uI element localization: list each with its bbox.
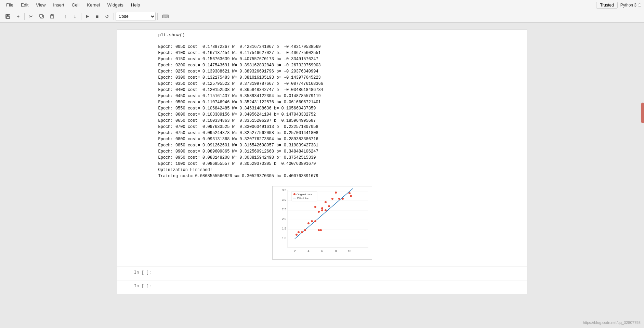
epoch-line: Epoch: 0700 cost= 0.097633525 W= 0.33006… <box>158 124 522 130</box>
cut-button[interactable]: ✂ <box>26 12 36 21</box>
menu-file[interactable]: File <box>3 1 17 9</box>
scatter-dot <box>318 229 320 231</box>
epoch-line: Epoch: 0250 cost= 0.139388621 W= 0.38932… <box>158 68 522 75</box>
scatter-dot <box>331 198 333 200</box>
epoch-line: Epoch: 0150 cost= 0.156763639 W= 0.40755… <box>158 56 522 62</box>
menu-widgets[interactable]: Widgets <box>104 1 127 9</box>
restart-button[interactable]: ↺ <box>102 12 112 21</box>
input-cell-1: In [ ]: <box>117 266 527 280</box>
watermark: https://blog.csdn.net/qq_32807793 <box>583 320 641 325</box>
svg-text:2.5: 2.5 <box>282 208 286 211</box>
svg-text:8: 8 <box>335 249 337 253</box>
scatter-dot <box>335 192 337 194</box>
epoch-line: Epoch: 0350 cost= 0.125795522 W= 0.37319… <box>158 81 522 87</box>
scatter-dot <box>301 231 303 233</box>
run-button[interactable]: ▶ <box>83 12 92 21</box>
legend-line-label: Fitted line <box>297 197 309 200</box>
toolbar-separator-5 <box>157 13 158 20</box>
toolbar: + ✂ ↑ ↓ ▶ ■ ↺ Code Markdown Raw NBConver… <box>0 10 644 23</box>
stop-button[interactable]: ■ <box>93 12 102 21</box>
svg-rect-6 <box>51 14 53 15</box>
scatter-dot <box>321 207 323 209</box>
epoch-line: Epoch: 1000 cost= 0.086855557 W= 0.30529… <box>158 161 522 167</box>
menu-view[interactable]: View <box>32 1 49 9</box>
scatter-dot <box>298 231 300 233</box>
scatter-dot <box>321 209 323 211</box>
toolbar-separator-4 <box>114 13 114 20</box>
epoch-line: Epoch: 0400 cost= 0.120152538 W= 0.36584… <box>158 87 522 93</box>
kernel-info: Python 3 <box>620 3 641 8</box>
epoch-line: Epoch: 0950 cost= 0.088148208 W= 0.30881… <box>158 155 522 161</box>
svg-text:2.0: 2.0 <box>282 217 286 221</box>
svg-rect-2 <box>6 16 9 18</box>
legend-dot-label: Original data <box>297 193 312 196</box>
scatter-dot <box>338 198 340 200</box>
svg-text:1.0: 1.0 <box>282 236 286 240</box>
svg-rect-1 <box>6 14 9 16</box>
save-button[interactable] <box>3 12 13 21</box>
epoch-line: Epoch: 0750 cost= 0.095244378 W= 0.32527… <box>158 130 522 136</box>
scatter-dot <box>314 206 316 208</box>
paste-button[interactable] <box>47 12 57 21</box>
toolbar-separator-3 <box>81 13 81 20</box>
epoch-line: Epoch: 0600 cost= 0.103389156 W= 0.34056… <box>158 111 522 118</box>
epoch-line: Epoch: 0450 cost= 0.115161437 W= 0.35893… <box>158 93 522 99</box>
cell-type-select[interactable]: Code Markdown Raw NBConvert <box>116 12 156 21</box>
epoch-line: Epoch: 0900 cost= 0.089609865 W= 0.31256… <box>158 148 522 155</box>
kernel-status-circle <box>638 3 641 7</box>
kernel-label: Python 3 <box>620 3 636 8</box>
epoch-line: Epoch: 0850 cost= 0.091262601 W= 0.31654… <box>158 142 522 148</box>
cell-input-1[interactable] <box>155 267 527 280</box>
svg-text:3.0: 3.0 <box>282 198 286 201</box>
epoch-line: Epoch: 0050 cost= 0.178972267 W= 0.42816… <box>158 44 522 50</box>
scatter-dot <box>349 192 351 194</box>
cell-label-1: In [ ]: <box>117 267 155 278</box>
scatter-dot <box>304 229 306 231</box>
menu-right: Trusted Python 3 <box>596 2 641 9</box>
scatter-dot <box>318 211 320 213</box>
toolbar-separator-2 <box>59 13 59 20</box>
add-cell-button[interactable]: + <box>14 12 23 21</box>
plot-container: 3.5 3.0 2.5 2.0 1.5 1.0 2 4 6 <box>117 183 527 266</box>
scatter-dot <box>342 198 344 200</box>
menu-bar: File Edit View Insert Cell Kernel Widget… <box>0 0 644 10</box>
chart: 3.5 3.0 2.5 2.0 1.5 1.0 2 4 6 <box>272 186 372 260</box>
epoch-line: Epoch: 0650 cost= 0.100334863 W= 0.33515… <box>158 118 522 124</box>
scatter-dot <box>307 222 310 224</box>
menu-insert[interactable]: Insert <box>50 1 68 9</box>
scatter-dot <box>295 234 298 236</box>
output-cell: plt.show() Epoch: 0050 cost= 0.178972267… <box>117 29 527 294</box>
scatter-dot <box>325 201 327 203</box>
move-down-button[interactable]: ↓ <box>70 12 79 21</box>
svg-text:3.5: 3.5 <box>282 188 286 192</box>
scatter-dot <box>314 220 316 222</box>
move-up-button[interactable]: ↑ <box>61 12 70 21</box>
cell-label-2: In [ ]: <box>117 280 155 292</box>
cell-input-2[interactable] <box>155 280 527 293</box>
menu-items: File Edit View Insert Cell Kernel Widget… <box>3 1 144 9</box>
menu-kernel[interactable]: Kernel <box>83 1 103 9</box>
scatter-dot <box>311 220 313 222</box>
trusted-button[interactable]: Trusted <box>596 2 617 9</box>
epoch-output: Epoch: 0050 cost= 0.178972267 W= 0.42816… <box>117 40 527 183</box>
menu-cell[interactable]: Cell <box>68 1 83 9</box>
optimization-finished: Optimization Finished! <box>158 167 522 173</box>
menu-edit[interactable]: Edit <box>17 1 32 9</box>
keyboard-shortcuts-button[interactable]: ⌨ <box>159 12 172 21</box>
copy-button[interactable] <box>37 12 47 21</box>
epoch-line: Epoch: 0100 cost= 0.167187454 W= 0.41754… <box>158 50 522 56</box>
svg-point-27 <box>293 193 295 195</box>
training-cost: Training cost= 0.0868555566826 w= 0.3052… <box>158 173 522 179</box>
code-show-line: plt.show() <box>117 30 527 40</box>
svg-rect-4 <box>40 14 42 17</box>
input-cell-2: In [ ]: <box>117 280 527 294</box>
scatter-dot <box>320 229 322 231</box>
svg-text:4: 4 <box>307 249 309 253</box>
toolbar-separator-1 <box>24 13 25 20</box>
menu-help[interactable]: Help <box>128 1 144 9</box>
svg-text:1.5: 1.5 <box>282 227 286 230</box>
scatter-dot <box>325 209 327 211</box>
scrollbar-thumb[interactable] <box>641 103 644 123</box>
scatter-dot <box>350 195 352 197</box>
epoch-line: Epoch: 0800 cost= 0.093131368 W= 0.32077… <box>158 136 522 142</box>
